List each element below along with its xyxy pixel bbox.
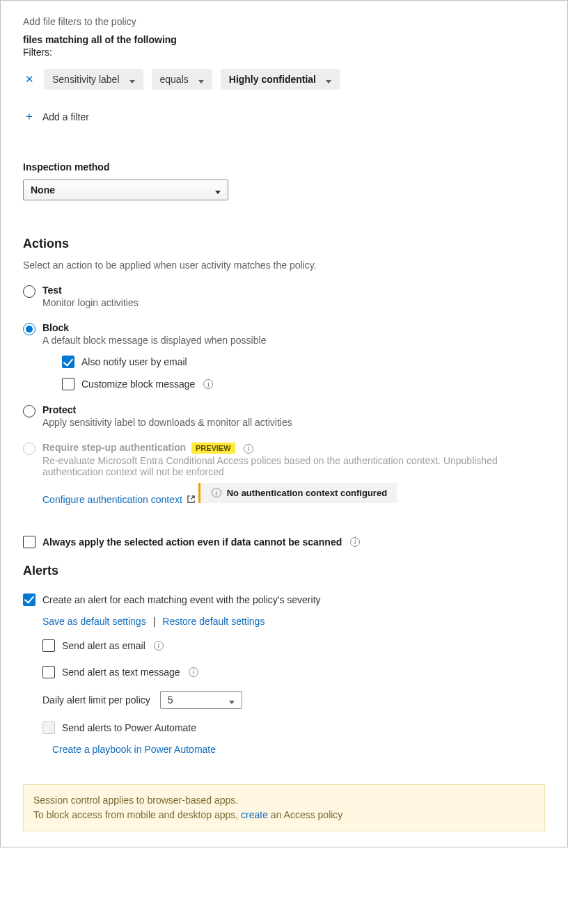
save-default-link[interactable]: Save as default settings (42, 616, 146, 627)
configure-auth-label: Configure authentication context (42, 494, 182, 505)
info-icon[interactable]: i (203, 379, 213, 389)
radio-stepup-sub: Re-evaluate Microsoft Entra Conditional … (42, 455, 545, 477)
checkbox-alert-sms[interactable] (42, 666, 55, 678)
add-filter-button[interactable]: ＋ Add a filter (23, 105, 89, 128)
chevron-down-icon (226, 694, 235, 706)
plus-icon: ＋ (23, 109, 36, 124)
radio-test[interactable] (23, 285, 36, 298)
notify-email-label: Also notify user by email (81, 356, 187, 367)
filters-heading: files matching all of the following (23, 34, 545, 45)
divider: | (153, 616, 156, 627)
chevron-down-icon (323, 74, 331, 85)
preview-badge: PREVIEW (191, 443, 235, 454)
open-external-icon (187, 495, 196, 504)
filters-label: Filters: (23, 47, 545, 58)
alerts-heading: Alerts (23, 564, 545, 578)
create-alert-label: Create an alert for each matching event … (42, 594, 321, 605)
actions-desc: Select an action to be applied when user… (23, 260, 545, 271)
radio-protect-sub: Apply sensitivity label to downloads & m… (42, 417, 545, 428)
radio-block-sub: A default block message is displayed whe… (42, 335, 545, 346)
info-icon[interactable]: i (244, 444, 253, 454)
filters-intro: Add file filters to the policy (23, 16, 545, 27)
chevron-down-icon (196, 74, 204, 85)
checkbox-power-automate (42, 722, 55, 734)
info-icon[interactable]: i (189, 667, 198, 677)
checkbox-always-apply[interactable] (23, 536, 36, 548)
radio-block-title: Block (42, 322, 545, 333)
inspection-label: Inspection method (23, 161, 545, 173)
note-line2a: To block access from mobile and desktop … (33, 809, 241, 820)
daily-limit-select[interactable]: 5 (160, 691, 242, 709)
radio-stepup (23, 443, 36, 455)
daily-limit-value: 5 (168, 694, 173, 706)
radio-stepup-title: Require step-up authentication (42, 442, 186, 453)
filter-op-dropdown[interactable]: equals (152, 69, 212, 90)
checkbox-notify-email[interactable] (62, 356, 74, 368)
chevron-down-icon (127, 74, 135, 85)
filter-row: ✕ Sensitivity label equals Highly confid… (23, 69, 545, 90)
filter-field-dropdown[interactable]: Sensitivity label (44, 69, 143, 90)
alert-email-label: Send alert as email (62, 640, 145, 651)
power-automate-label: Send alerts to Power Automate (62, 722, 196, 733)
chevron-down-icon (212, 184, 221, 196)
checkbox-alert-email[interactable] (42, 639, 55, 652)
always-apply-label: Always apply the selected action even if… (42, 536, 342, 548)
note-line1: Session control applies to browser-based… (33, 793, 535, 808)
filter-op: equals (160, 74, 189, 85)
info-icon[interactable]: i (154, 641, 164, 651)
session-note: Session control applies to browser-based… (23, 784, 545, 831)
filter-value: Highly confidential (229, 74, 316, 85)
inspection-value: None (31, 184, 55, 196)
add-filter-label: Add a filter (42, 111, 89, 122)
alert-sms-label: Send alert as text message (62, 667, 180, 678)
create-access-policy-link[interactable]: create (241, 809, 268, 820)
configure-auth-link[interactable]: Configure authentication context (42, 494, 196, 505)
radio-protect[interactable] (23, 405, 36, 417)
radio-test-sub: Monitor login activities (42, 297, 545, 308)
filter-value-dropdown[interactable]: Highly confidential (221, 69, 340, 90)
note-line2b: an Access policy (268, 809, 342, 820)
daily-limit-label: Daily alert limit per policy (42, 694, 150, 706)
filter-field: Sensitivity label (52, 74, 120, 85)
custom-message-label: Customize block message (81, 379, 195, 390)
radio-block[interactable] (23, 323, 36, 335)
stepup-warning: No authentication context configured (227, 488, 387, 498)
checkbox-create-alert[interactable] (23, 594, 36, 606)
checkbox-custom-message[interactable] (62, 378, 74, 390)
info-icon: i (212, 488, 221, 497)
create-playbook-link[interactable]: Create a playbook in Power Automate (52, 744, 216, 755)
inspection-select[interactable]: None (23, 180, 228, 200)
remove-filter-icon[interactable]: ✕ (23, 73, 36, 86)
radio-protect-title: Protect (42, 404, 545, 415)
restore-default-link[interactable]: Restore default settings (162, 616, 265, 627)
radio-test-title: Test (42, 285, 545, 296)
actions-heading: Actions (23, 237, 545, 251)
info-icon[interactable]: i (350, 537, 360, 547)
